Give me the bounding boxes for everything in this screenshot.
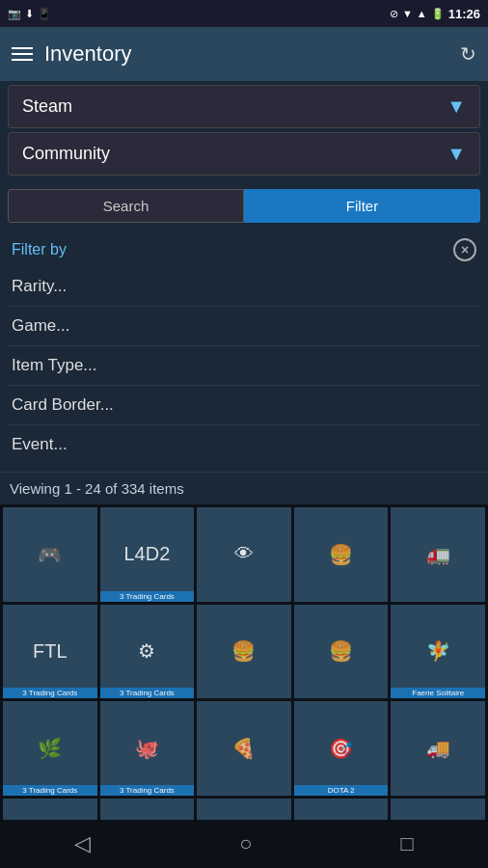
inventory-grid: 🎮L4D23 Trading Cards👁🍔🚛FTL3 Trading Card… — [0, 504, 488, 868]
menu-button[interactable] — [12, 47, 33, 61]
grid-item[interactable]: 🍕 — [197, 701, 291, 796]
item-type-filter[interactable]: Item Type... — [8, 346, 480, 386]
signal-icon: ▲ — [417, 8, 427, 19]
filter-tab[interactable]: Filter — [244, 189, 480, 223]
viewing-count: Viewing 1 - 24 of 334 items — [0, 472, 488, 504]
grid-item[interactable]: ⚙3 Trading Cards — [100, 605, 195, 699]
home-button[interactable]: ○ — [239, 831, 252, 856]
download-icon: ⬇ — [25, 8, 34, 20]
grid-item[interactable]: 🌿3 Trading Cards — [3, 701, 97, 796]
page-title: Inventory — [44, 41, 448, 67]
steam-dropdown-arrow: ▼ — [447, 95, 466, 118]
app-icon: 📱 — [38, 8, 51, 20]
card-border-filter[interactable]: Card Border... — [8, 386, 480, 425]
filter-header: Filter by × — [8, 229, 480, 267]
status-right-icons: ⊘ ▼ ▲ 🔋 11:26 — [390, 7, 480, 21]
community-dropdown-label: Community — [22, 144, 110, 164]
grid-item[interactable]: 🍔 — [294, 507, 389, 602]
community-dropdown-arrow: ▼ — [447, 143, 466, 165]
filter-panel: Filter by × Rarity... Game... Item Type.… — [0, 229, 488, 472]
grid-item[interactable]: 👁 — [197, 507, 291, 602]
clock: 11:26 — [448, 7, 480, 21]
dropdown-container: Steam ▼ Community ▼ — [0, 81, 488, 183]
grid-item[interactable]: L4D23 Trading Cards — [100, 507, 195, 602]
game-filter[interactable]: Game... — [8, 307, 480, 346]
grid-item[interactable]: 🍔 — [197, 605, 291, 699]
search-tab[interactable]: Search — [8, 189, 244, 223]
grid-item[interactable]: FTL3 Trading Cards — [3, 605, 97, 699]
battery-icon: 🔋 — [431, 8, 445, 20]
refresh-button[interactable]: ↻ — [460, 42, 476, 66]
steam-dropdown[interactable]: Steam ▼ — [8, 85, 480, 128]
steam-dropdown-label: Steam — [22, 96, 72, 117]
grid-item[interactable]: 🧚Faerie Solitaire — [391, 605, 485, 699]
bottom-nav: ◁ ○ □ — [0, 820, 488, 868]
grid-item[interactable]: 🎯DOTA 2 — [294, 701, 389, 796]
recent-apps-button[interactable]: □ — [401, 831, 414, 856]
notification-icon: 📷 — [8, 8, 21, 20]
back-button[interactable]: ◁ — [74, 831, 91, 856]
filter-by-label: Filter by — [12, 241, 67, 258]
grid-item[interactable]: 🚛 — [391, 507, 485, 602]
grid-item[interactable]: 🚚 — [391, 701, 485, 796]
filter-options-list: Rarity... Game... Item Type... Card Bord… — [8, 267, 480, 464]
grid-item[interactable]: 🍔 — [294, 605, 389, 699]
no-sim-icon: ⊘ — [390, 8, 398, 20]
status-left-icons: 📷 ⬇ 📱 — [8, 8, 51, 20]
grid-item[interactable]: 🎮 — [3, 507, 97, 602]
rarity-filter[interactable]: Rarity... — [8, 267, 480, 307]
tab-bar: Search Filter — [0, 183, 488, 229]
filter-close-button[interactable]: × — [453, 238, 476, 261]
event-filter[interactable]: Event... — [8, 425, 480, 464]
community-dropdown[interactable]: Community ▼ — [8, 132, 480, 176]
wifi-icon: ▼ — [402, 8, 413, 19]
status-bar: 📷 ⬇ 📱 ⊘ ▼ ▲ 🔋 11:26 — [0, 0, 488, 27]
grid-item[interactable]: 🐙3 Trading Cards — [100, 701, 195, 796]
top-bar: Inventory ↻ — [0, 27, 488, 81]
